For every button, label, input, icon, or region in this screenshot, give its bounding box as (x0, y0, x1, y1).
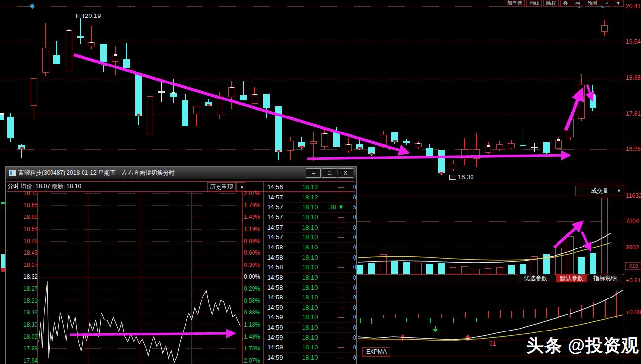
volume-indicator-selector[interactable]: 成交量 ▼ (575, 186, 624, 196)
histogram-tick (558, 307, 559, 318)
intraday-popup-window: 蓝晓科技(300487) 2018-01-12 星期五 左右方向键切换分时 – … (5, 166, 357, 364)
volume-bar (531, 256, 538, 274)
mode-label[interactable]: 分时 (7, 183, 19, 190)
histogram-tick (371, 318, 372, 324)
candle-body (567, 119, 574, 137)
popup-table-border (263, 182, 264, 364)
chevron-down-icon[interactable]: ▼ (617, 186, 621, 196)
trade-price: 18.10 (289, 353, 318, 363)
expma-axis-label: +0.084 (626, 309, 641, 315)
popup-right-axis-label: 0.30% (244, 262, 260, 268)
candle-mark (370, 153, 373, 155)
close-button[interactable]: X (338, 168, 353, 178)
candle-mark (440, 172, 443, 174)
candle-body (345, 144, 352, 151)
popup-right-axis-label: 1.19% (244, 226, 260, 232)
history-replay-button[interactable]: 历史重现 (207, 182, 236, 191)
watermark: 头条 @投资观 (526, 334, 639, 358)
expma-axis-label: +0.619 (626, 278, 641, 284)
candle-body (31, 78, 37, 106)
minimize-button[interactable]: – (306, 168, 321, 178)
popup-left-axis-label: 18.27 (16, 286, 38, 292)
candle-body (555, 140, 562, 149)
trade-count: 0 (344, 323, 356, 332)
candle-body (520, 145, 526, 146)
candle-body (158, 91, 165, 93)
volume-scale-label: 11632 (626, 193, 641, 199)
replay-arrow-icon[interactable]: ⇥ (602, 0, 611, 7)
toolbar-item-均线[interactable]: 均线 (526, 0, 542, 7)
trade-price: 18.10 (289, 202, 318, 212)
trade-volume: — (318, 253, 344, 263)
toolbar-item-叠[interactable]: 叠 (560, 0, 571, 7)
tab-指标说明[interactable]: 指标说明 (589, 274, 622, 282)
candle-body (438, 150, 445, 173)
candle-body (496, 144, 503, 149)
candle-body (7, 117, 14, 138)
candle-mark (114, 54, 117, 56)
volume-bar (601, 198, 608, 274)
toolbar-item-预测[interactable]: 预测 (585, 0, 600, 7)
trade-row: 14:5918.10—0 (267, 303, 356, 313)
trade-volume: — (318, 333, 344, 343)
candle-body (485, 146, 491, 153)
tab-默认参数[interactable]: 默认参数 (556, 274, 587, 282)
histogram-tick (453, 318, 454, 323)
popup-right-axis-label: 1.49% (244, 214, 260, 220)
candle-body (508, 143, 515, 148)
chevron-down-icon[interactable]: ▼ (613, 0, 624, 7)
top-toolbar: 加自选均线除权叠画预测⇥▼ (505, 0, 624, 7)
trade-row: 14:5918.10—0 (267, 323, 356, 333)
histogram-tick (465, 312, 466, 318)
candle-body (380, 135, 387, 147)
trade-time: 14:57 (267, 202, 289, 212)
candle-wick (313, 132, 314, 161)
candle-body (473, 149, 480, 159)
trade-price: 18.10 (289, 273, 318, 282)
trade-row: 14:5818.10—0 (267, 253, 356, 263)
flag-icon (76, 14, 84, 18)
toolbar-item-画[interactable]: 画 (573, 0, 583, 7)
popup-chart-border-left (37, 191, 38, 364)
trade-price: 18.10 (289, 343, 318, 352)
histogram-tick (605, 299, 606, 318)
toolbar-item-加自选[interactable]: 加自选 (505, 0, 525, 7)
trade-time: 14:59 (267, 333, 289, 343)
maximize-button[interactable]: □ (322, 168, 337, 178)
volume-unit-badge: X10 (625, 262, 641, 270)
arrow-head (433, 329, 438, 335)
histogram-tick (581, 305, 582, 318)
expma-panel-top-border (357, 283, 624, 283)
trade-count: 0 (344, 243, 356, 252)
candle-body (135, 73, 142, 116)
trade-time: 14:59 (267, 343, 289, 352)
trade-time: 14:58 (267, 273, 289, 282)
candle-body (228, 87, 235, 97)
trade-volume: — (318, 232, 344, 242)
flag-icon (449, 175, 456, 180)
avg-price-label: 均价: (20, 183, 34, 190)
expma-label[interactable]: EXPMA (362, 347, 390, 357)
volume-title: 成交量 (591, 187, 608, 194)
candle-body (263, 94, 270, 108)
popup-vertical-gridline (140, 191, 140, 364)
trade-count: 0 (344, 293, 356, 302)
trade-price: 18.10 (289, 333, 318, 343)
candle-body (543, 142, 550, 153)
trade-row: 14:5618.12—0 (267, 182, 356, 193)
candle-body (193, 106, 200, 114)
trade-row: 14:5818.10—0 (267, 293, 356, 303)
volume-scale-label: 7804 (626, 218, 639, 225)
tab-优选参数[interactable]: 优选参数 (517, 274, 554, 282)
candle-mark (67, 30, 71, 31)
volume-scale-label: 3902 (626, 245, 639, 251)
popup-left-axis-label: 17.94 (16, 358, 38, 364)
popup-right-axis-label: 2.07% (244, 358, 260, 364)
popup-left-axis-label: 18.37 (16, 262, 38, 268)
toolbar-item-除权[interactable]: 除权 (543, 0, 559, 7)
popup-title-bar[interactable]: 蓝晓科技(300487) 2018-01-12 星期五 左右方向键切换分时 – … (6, 167, 356, 179)
price-axis-label: 19.54 (626, 39, 641, 45)
watermark-logo: 头条 (526, 335, 562, 355)
trade-price: 18.10 (289, 253, 318, 263)
trade-time: 14:57 (267, 223, 289, 232)
